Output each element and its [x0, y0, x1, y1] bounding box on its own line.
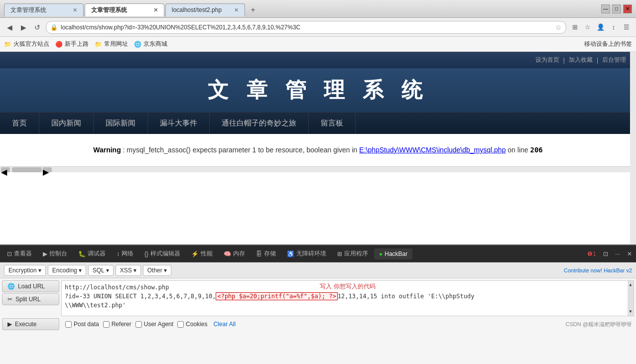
h-scroll-right[interactable]: ▶	[43, 167, 52, 172]
browser-window: 文章管理系统 ✕ 文章管理系统 ✕ localhost/test2.php ✕ …	[0, 0, 636, 364]
devtools-tab-debugger[interactable]: 🐛 调试器	[73, 247, 111, 260]
minimize-button[interactable]: —	[601, 4, 610, 13]
load-url-button[interactable]: 🌐 Load URL	[2, 280, 59, 292]
bookmark-3[interactable]: 🌐 京东商城	[134, 40, 167, 48]
referer-checkbox[interactable]: Referer	[103, 321, 131, 328]
tab-close-2[interactable]: ✕	[234, 7, 239, 13]
clear-all-button[interactable]: Clear All	[213, 321, 236, 328]
post-data-input[interactable]	[65, 321, 72, 328]
mobile-bookmarks[interactable]: 移动设备上的书签	[584, 40, 632, 48]
bookmark-label-0: 火狐官方站点	[13, 40, 49, 48]
bookmark-2[interactable]: 📁 常用网址	[95, 40, 128, 48]
user-agent-checkbox[interactable]: User Agent	[135, 321, 173, 328]
address-input[interactable]	[61, 24, 552, 31]
tab-0[interactable]: 文章管理系统 ✕	[4, 3, 84, 16]
dock-button[interactable]: ⊡	[601, 249, 610, 258]
sql-menu[interactable]: SQL ▾	[88, 265, 114, 276]
nav-item-4[interactable]: 通往白帽子的奇妙之旅	[210, 113, 309, 134]
nav-item-5[interactable]: 留言板	[309, 113, 356, 134]
vertical-scrollbar[interactable]	[630, 52, 636, 244]
tab-label-1: 文章管理系统	[91, 6, 127, 14]
contribute-label: Contribute now! HackBar v2	[564, 267, 632, 273]
split-url-button[interactable]: ✂ Split URL	[2, 293, 59, 305]
devtools-tab-app[interactable]: ⊞ 应用程序	[332, 247, 373, 260]
header-link-admin[interactable]: 后台管理	[602, 56, 626, 64]
separator-1: |	[563, 57, 565, 64]
extensions-button[interactable]: ⊞	[569, 22, 580, 33]
back-button[interactable]: ◀	[4, 22, 15, 33]
cookies-label: Cookies	[186, 321, 207, 328]
warning-message: : mysql_fetch_assoc() expects parameter …	[123, 146, 360, 154]
header-link-home[interactable]: 设为首页	[535, 56, 559, 64]
bookmark-1[interactable]: 🔴 新手上路	[55, 40, 89, 48]
devtools-tab-console[interactable]: ▶ 控制台	[38, 247, 72, 260]
app-label: 应用程序	[344, 249, 368, 258]
encoding-menu[interactable]: Encoding ▾	[48, 265, 86, 276]
referer-input[interactable]	[103, 321, 110, 328]
devtools-tab-hackbar[interactable]: ● HackBar	[374, 248, 412, 259]
tab-2[interactable]: localhost/test2.php ✕	[165, 3, 245, 16]
bookmark-0[interactable]: 📁 火狐官方站点	[4, 40, 49, 48]
hackbar-label: HackBar	[384, 250, 407, 257]
devtools-panel: ⊡ 查看器 ▶ 控制台 🐛 调试器 ↕ 网络 {} 样式编辑器	[0, 244, 636, 364]
maximize-button[interactable]: □	[612, 4, 621, 13]
encryption-menu[interactable]: Encryption ▾	[4, 265, 46, 276]
devtools-close-button[interactable]: ✕	[625, 249, 634, 258]
url-input-wrap[interactable]: 写入 你想写入的代码 http://localhost/cms/show.php…	[61, 280, 634, 316]
encoding-label: Encoding	[52, 267, 77, 274]
error-count-badge[interactable]: ❶1	[585, 249, 598, 258]
bookmark-label-1: 新手上路	[65, 40, 89, 48]
tab-1[interactable]: 文章管理系统 ✕	[85, 3, 164, 16]
nav-item-1[interactable]: 国内新闻	[39, 113, 94, 134]
bookmark-this-button[interactable]: ☆	[582, 22, 593, 33]
devtools-tab-perf[interactable]: ⚡ 性能	[186, 247, 218, 260]
xss-menu[interactable]: XSS ▾	[116, 265, 141, 276]
account-button[interactable]: 👤	[595, 22, 606, 33]
execute-button[interactable]: ▶ Execute	[2, 318, 59, 330]
devtools-tab-style[interactable]: {} 样式编辑器	[139, 247, 185, 260]
url-content-area[interactable]: 写入 你想写入的代码 http://localhost/cms/show.php…	[61, 280, 634, 316]
warning-suffix: on line	[508, 146, 530, 154]
url-scroll-down[interactable]: ▼	[629, 308, 633, 316]
window-controls: — □ ✕	[601, 4, 632, 13]
nav-item-0[interactable]: 首页	[0, 113, 39, 134]
hackbar-dot-icon: ●	[379, 250, 382, 257]
reload-button[interactable]: ↺	[32, 22, 43, 33]
other-menu[interactable]: Other ▾	[143, 265, 171, 276]
forward-button[interactable]: ▶	[18, 22, 29, 33]
referer-label: Referer	[112, 321, 131, 328]
post-data-checkbox[interactable]: Post data	[65, 321, 99, 328]
h-scrollbar-thumb[interactable]	[12, 167, 42, 172]
url-vscrollbar[interactable]: ▲ ▼	[628, 281, 634, 316]
style-icon: {}	[144, 250, 148, 257]
cookies-input[interactable]	[177, 321, 184, 328]
cookies-checkbox[interactable]: Cookies	[177, 321, 207, 328]
contribute-link[interactable]: Contribute now! HackBar v2	[564, 267, 632, 273]
devtools-tab-network[interactable]: ↕ 网络	[112, 247, 138, 260]
devtools-tab-inspector[interactable]: ⊡ 查看器	[2, 247, 37, 260]
network-label: 网络	[122, 249, 133, 258]
devtools-tab-accessibility[interactable]: ♿ 无障碍环境	[282, 247, 331, 260]
h-scroll-left[interactable]: ◀	[1, 167, 10, 172]
nav-item-2[interactable]: 国际新闻	[94, 113, 148, 134]
storage-icon: 🗄	[256, 250, 262, 257]
warning-text: Warning : mysql_fetch_assoc() expects pa…	[15, 144, 621, 156]
nav-item-3[interactable]: 漏斗大事件	[148, 113, 210, 134]
more-button[interactable]: ···	[613, 249, 622, 258]
header-link-fav[interactable]: 加入收藏	[569, 56, 593, 64]
user-agent-input[interactable]	[135, 321, 142, 328]
star-icon[interactable]: ☆	[555, 23, 562, 31]
perf-icon: ⚡	[191, 250, 199, 257]
url-scroll-up[interactable]: ▲	[629, 281, 633, 289]
horizontal-scrollbar[interactable]: ◀ ▶	[0, 166, 636, 172]
menu-button[interactable]: ☰	[621, 22, 632, 33]
warning-link[interactable]: E:\phpStudy\WWW\CMS\include\db_mysql.php	[359, 146, 506, 154]
address-input-wrap[interactable]: 🔒 ☆	[46, 21, 566, 34]
sync-button[interactable]: ↕	[608, 22, 619, 33]
tab-close-1[interactable]: ✕	[153, 7, 158, 13]
devtools-tab-memory[interactable]: 🧠 内存	[219, 247, 250, 260]
devtools-tab-storage[interactable]: 🗄 存储	[251, 247, 281, 260]
tab-close-0[interactable]: ✕	[73, 7, 77, 13]
close-button[interactable]: ✕	[623, 4, 632, 13]
new-tab-button[interactable]: +	[246, 3, 260, 16]
